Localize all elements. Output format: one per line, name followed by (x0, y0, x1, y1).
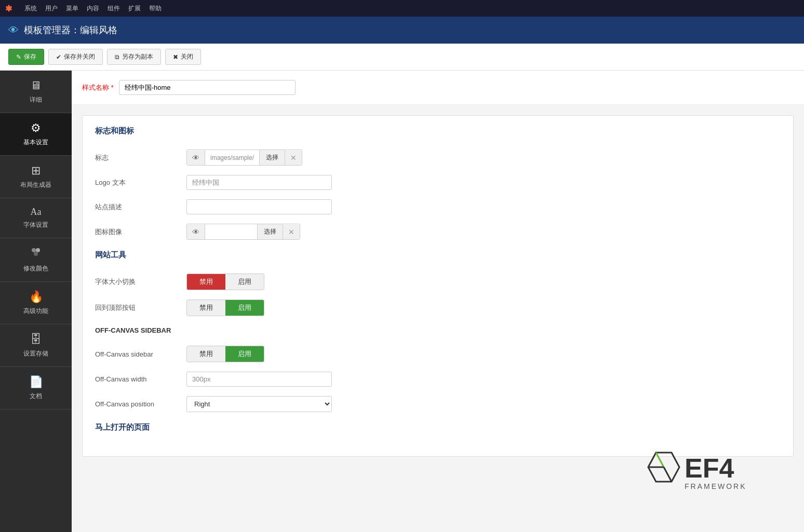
ef4-logo-area: EF4 FRAMEWORK (638, 447, 773, 511)
header-eye-icon: 👁 (8, 24, 19, 36)
nav-user[interactable]: 用户 (45, 4, 58, 13)
favicon-image-group: 👁 选择 ✕ (186, 224, 300, 240)
font-size-enable-button[interactable]: 启用 (225, 274, 264, 290)
svg-line-6 (664, 467, 672, 482)
site-desc-input[interactable] (186, 199, 332, 214)
off-canvas-section-title: OFF-CANVAS SIDEBAR (95, 326, 781, 337)
main-panel: 标志和图标 标志 👁 images/sample/ 选择 ✕ (82, 115, 794, 457)
logo-field-row: 标志 👁 images/sample/ 选择 ✕ (95, 149, 781, 166)
sidebar-item-basic-settings-label: 基本设置 (23, 138, 48, 147)
svg-text:FRAMEWORK: FRAMEWORK (685, 482, 747, 490)
off-canvas-sidebar-toggle-row: Off-Canvas sidebar 禁用 启用 (95, 346, 781, 362)
save-button[interactable]: ✎ 保存 (8, 49, 44, 65)
sidebar-item-font-settings[interactable]: Aa 字体设置 (0, 198, 72, 238)
save-close-icon: ✔ (56, 53, 61, 61)
config-store-icon: 🗄 (30, 333, 42, 346)
site-desc-field-row: 站点描述 (95, 199, 781, 214)
favicon-eye-button[interactable]: 👁 (187, 225, 205, 239)
style-name-row: 样式名称 * 经纬中国-home (72, 71, 804, 105)
logo-text-label: Logo 文本 (95, 178, 178, 187)
logo-input-wrapper: 👁 images/sample/ 选择 ✕ (186, 149, 302, 166)
nav-system[interactable]: 系统 (24, 4, 37, 13)
close-icon: ✖ (173, 53, 178, 61)
off-canvas-position-label: Off-Canvas position (95, 400, 178, 408)
off-canvas-enable-button[interactable]: 启用 (225, 346, 264, 362)
sidebar-item-docs[interactable]: 📄 文档 (0, 367, 72, 410)
sidebar: 🖥 详细 ⚙ 基本设置 ⊞ 布局生成器 Aa 字体设置 修改颜色 (0, 71, 72, 532)
sidebar-item-layout-builder-label: 布局生成器 (20, 181, 51, 189)
back-to-top-enable-button[interactable]: 启用 (225, 300, 264, 316)
save-close-button[interactable]: ✔ 保存并关闭 (48, 49, 103, 65)
font-icon: Aa (31, 207, 42, 217)
save-icon: ✎ (16, 53, 21, 61)
save-copy-button[interactable]: ⧉ 另存为副本 (107, 49, 161, 65)
off-canvas-width-wrapper: 300px (186, 372, 332, 387)
logo-select-button[interactable]: 选择 (259, 150, 285, 165)
sidebar-item-docs-label: 文档 (30, 392, 42, 401)
nav-menu[interactable]: 菜单 (66, 4, 78, 13)
back-to-top-label: 回到顶部按钮 (95, 303, 178, 312)
style-name-label: 样式名称 * (82, 83, 114, 92)
sidebar-item-config-store[interactable]: 🗄 设置存储 (0, 324, 72, 367)
nav-extend[interactable]: 扩展 (128, 4, 141, 13)
immediate-open-title: 马上打开的页面 (95, 422, 781, 436)
close-button[interactable]: ✖ 关闭 (165, 49, 201, 65)
nav-help[interactable]: 帮助 (149, 4, 162, 13)
favicon-input-wrapper: 👁 选择 ✕ (186, 224, 300, 240)
site-desc-wrapper (186, 199, 332, 214)
favicon-label: 图标图像 (95, 227, 178, 237)
sidebar-item-config-store-label: 设置存储 (23, 349, 48, 358)
sidebar-item-details-label: 详细 (30, 96, 42, 104)
website-tools-title: 网站工具 (95, 250, 781, 264)
font-size-toggle-group: 禁用 启用 (186, 274, 264, 290)
sidebar-item-modify-color[interactable]: 修改颜色 (0, 238, 72, 282)
website-tools-section: 网站工具 字体大小切换 禁用 启用 回到顶部按钮 禁用 启用 (95, 250, 781, 316)
back-to-top-disable-button[interactable]: 禁用 (187, 300, 225, 316)
settings-icon: ⚙ (31, 121, 41, 135)
svg-line-4 (656, 453, 664, 467)
sidebar-item-advanced[interactable]: 🔥 高级功能 (0, 282, 72, 324)
font-size-disable-button[interactable]: 禁用 (187, 274, 225, 290)
nav-component[interactable]: 组件 (108, 4, 120, 13)
off-canvas-position-select[interactable]: Left Right (186, 396, 332, 412)
logo-eye-button[interactable]: 👁 (187, 151, 205, 165)
nav-content[interactable]: 内容 (87, 4, 99, 13)
logo-clear-button[interactable]: ✕ (285, 151, 302, 165)
header-bar: 👁 模板管理器：编辑风格 (0, 17, 804, 44)
svg-text:EF4: EF4 (685, 453, 734, 483)
off-canvas-position-row: Off-Canvas position Left Right (95, 396, 781, 412)
color-icon (30, 247, 42, 261)
top-nav: ✱ 系统 用户 菜单 内容 组件 扩展 帮助 (0, 0, 804, 17)
off-canvas-position-wrapper: Left Right (186, 396, 332, 412)
favicon-select-button[interactable]: 选择 (257, 224, 283, 239)
off-canvas-width-input[interactable]: 300px (186, 372, 332, 387)
off-canvas-disable-button[interactable]: 禁用 (187, 346, 225, 362)
advanced-icon: 🔥 (29, 290, 43, 304)
logo-text-wrapper: 经纬中国 (186, 175, 332, 190)
sidebar-item-details[interactable]: 🖥 详细 (0, 71, 72, 113)
logo-text-field-row: Logo 文本 经纬中国 (95, 175, 781, 190)
off-canvas-section: OFF-CANVAS SIDEBAR Off-Canvas sidebar 禁用… (95, 326, 781, 412)
site-desc-label: 站点描述 (95, 202, 178, 212)
style-name-input[interactable]: 经纬中国-home (119, 80, 296, 95)
page-title: 模板管理器：编辑风格 (24, 24, 117, 36)
logo-image-path: images/sample/ (205, 151, 259, 165)
favicon-image-path (205, 229, 257, 235)
favicon-clear-button[interactable]: ✕ (283, 225, 300, 239)
sidebar-item-advanced-label: 高级功能 (23, 307, 48, 316)
off-canvas-sidebar-toggle-group: 禁用 启用 (186, 346, 264, 362)
logo-label: 标志 (95, 153, 178, 162)
save-copy-icon: ⧉ (115, 53, 119, 61)
required-marker: * (111, 84, 114, 91)
off-canvas-sidebar-label: Off-Canvas sidebar (95, 350, 178, 358)
logo-text-input[interactable]: 经纬中国 (186, 175, 332, 190)
back-to-top-toggle-group: 禁用 启用 (186, 299, 264, 316)
sidebar-item-font-settings-label: 字体设置 (23, 221, 48, 229)
sidebar-item-layout-builder[interactable]: ⊞ 布局生成器 (0, 156, 72, 198)
font-size-toggle-label: 字体大小切换 (95, 277, 178, 287)
details-icon: 🖥 (30, 79, 42, 92)
svg-point-2 (34, 252, 38, 256)
immediate-open-section: 马上打开的页面 (95, 422, 781, 436)
sidebar-item-basic-settings[interactable]: ⚙ 基本设置 (0, 113, 72, 156)
favicon-field-row: 图标图像 👁 选择 ✕ (95, 224, 781, 240)
